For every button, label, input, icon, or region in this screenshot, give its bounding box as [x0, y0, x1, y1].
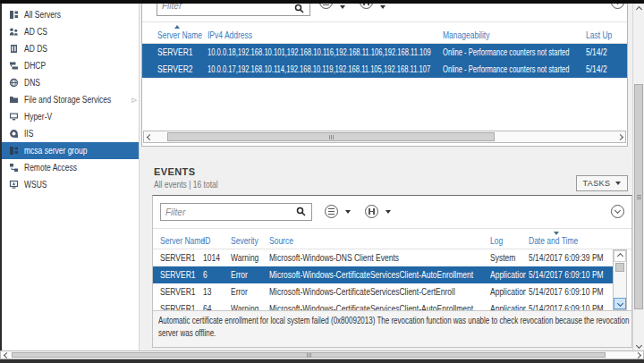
collapse-servers-tile-button[interactable]: [611, 4, 624, 9]
sidebar-item-dns[interactable]: DNS: [2, 74, 139, 91]
servers-panel: Server Name IPv4 Address Manageability L…: [141, 4, 628, 147]
scroll-down-arrow[interactable]: [633, 340, 644, 350]
scroll-down-arrow[interactable]: [614, 298, 626, 309]
column-header-log[interactable]: Log: [490, 234, 505, 249]
sidebar-item-ad-ds[interactable]: AD DS: [2, 40, 139, 57]
sidebar-item-label: DHCP: [24, 61, 46, 71]
chevron-down-icon: [614, 4, 621, 4]
column-header-severity[interactable]: Severity: [231, 234, 263, 249]
sidebar-item-hyper-v[interactable]: Hyper-V: [2, 108, 139, 125]
sidebar-item-label: All Servers: [24, 10, 61, 20]
tasks-button[interactable]: TASKS: [576, 175, 628, 191]
sidebar-item-iis[interactable]: IIS: [2, 125, 139, 142]
save-query-caret-icon[interactable]: [380, 5, 386, 9]
column-header-last-update[interactable]: Last Up: [586, 29, 616, 43]
scroll-right-arrow[interactable]: [632, 351, 643, 359]
saved-queries-button[interactable]: [319, 4, 333, 9]
dns-icon: [9, 78, 19, 88]
sidebar: All Servers AD CS AD DS DHCP DNS File an…: [2, 4, 140, 350]
chevron-down-icon: [614, 207, 621, 214]
scroll-right-arrow[interactable]: [614, 131, 625, 142]
sidebar-item-label: IIS: [24, 129, 33, 139]
save-query-caret-icon[interactable]: [386, 210, 391, 214]
server-row[interactable]: SERVER1 10.0.0.18,192.168.10.101,192.168…: [142, 44, 627, 61]
events-vertical-scrollbar[interactable]: [613, 249, 627, 310]
column-header-date-time[interactable]: Date and Time: [529, 234, 587, 249]
scroll-left-arrow[interactable]: [1, 351, 12, 359]
adds-icon: [9, 44, 19, 54]
hyperv-icon: [9, 112, 19, 122]
event-row[interactable]: SERVER1 1014 Warning Microsoft-Windows-D…: [153, 249, 613, 266]
servers-horizontal-scrollbar[interactable]: [143, 131, 626, 143]
saved-queries-caret-icon[interactable]: [345, 210, 351, 214]
sidebar-item-label: AD DS: [24, 44, 47, 54]
scrollbar-thumb[interactable]: [615, 263, 624, 272]
column-header-id[interactable]: ID: [203, 234, 212, 249]
sidebar-item-wsus[interactable]: WSUS: [2, 176, 139, 193]
save-query-icon: [363, 4, 369, 5]
main-vertical-scrollbar[interactable]: [632, 4, 644, 350]
save-query-icon: [369, 208, 375, 215]
scroll-left-arrow[interactable]: [144, 131, 155, 142]
event-detail-text: Automatic certificate enrollment for loc…: [158, 315, 631, 340]
sidebar-item-mcsa-server-group[interactable]: mcsa server group: [2, 142, 139, 159]
saved-queries-caret-icon[interactable]: [340, 5, 345, 9]
events-count-text: All events | 16 total: [154, 180, 229, 190]
column-header-server-name[interactable]: Server Name: [157, 29, 210, 43]
sidebar-item-label: mcsa server group: [24, 146, 87, 156]
server-row[interactable]: SERVER2 10.0.0.17,192.168.10.114,192.168…: [142, 61, 627, 78]
adcs-icon: [9, 27, 19, 37]
main-horizontal-scrollbar[interactable]: [0, 350, 644, 359]
list-filter-icon: [328, 208, 335, 215]
events-section-title: EVENTS: [154, 166, 195, 177]
save-query-button[interactable]: [365, 205, 378, 218]
column-header-ipv4-address[interactable]: IPv4 Address: [208, 29, 260, 43]
sidebar-item-file-storage-services[interactable]: File and Storage Services ▷: [2, 91, 139, 108]
sidebar-item-ad-cs[interactable]: AD CS: [2, 23, 139, 40]
bottom-taskbar-strip: [0, 359, 644, 363]
column-header-manageability[interactable]: Manageability: [443, 29, 498, 43]
events-filter-input[interactable]: [160, 203, 312, 221]
sidebar-item-remote-access[interactable]: Remote Access: [2, 159, 139, 176]
scroll-up-arrow[interactable]: [614, 250, 626, 262]
scrollbar-thumb[interactable]: [12, 352, 606, 358]
sidebar-item-label: File and Storage Services: [24, 95, 111, 105]
sidebar-item-label: AD CS: [24, 27, 47, 37]
event-row-selected[interactable]: SERVER1 6 Error Microsoft-Windows-Certif…: [153, 266, 613, 283]
save-query-button[interactable]: [360, 4, 373, 9]
list-filter-icon: [323, 4, 329, 5]
event-detail-pane: Automatic certificate enrollment for loc…: [153, 310, 631, 347]
sidebar-item-dhcp[interactable]: DHCP: [2, 57, 139, 74]
search-icon[interactable]: [296, 207, 306, 216]
collapse-events-tile-button[interactable]: [611, 205, 624, 218]
servers-icon: [9, 10, 19, 20]
server-manager-window: All Servers AD CS AD DS DHCP DNS File an…: [0, 0, 644, 363]
events-panel: Server Name ID Severity Source Log Date …: [152, 195, 632, 348]
search-icon[interactable]: [294, 4, 304, 13]
wsus-icon: [9, 180, 19, 190]
expand-icon[interactable]: ▷: [132, 97, 137, 104]
remote-access-icon: [9, 163, 19, 173]
sidebar-item-all-servers[interactable]: All Servers: [2, 6, 139, 23]
server-group-icon: [9, 146, 19, 156]
column-header-source[interactable]: Source: [269, 234, 298, 249]
scroll-up-arrow[interactable]: [633, 4, 644, 14]
sidebar-item-label: Remote Access: [24, 163, 77, 173]
saved-queries-button[interactable]: [325, 205, 338, 218]
iis-icon: [9, 129, 19, 139]
tasks-caret-icon: [615, 182, 621, 185]
file-storage-icon: [9, 95, 19, 105]
event-row[interactable]: SERVER1 13 Error Microsoft-Windows-Certi…: [153, 283, 613, 300]
dhcp-icon: [9, 61, 19, 71]
servers-filter-input[interactable]: [157, 4, 310, 16]
scrollbar-thumb[interactable]: [634, 84, 643, 309]
sidebar-item-label: DNS: [24, 78, 40, 88]
scrollbar-thumb[interactable]: [167, 132, 495, 141]
sidebar-item-label: Hyper-V: [24, 112, 52, 122]
sidebar-item-label: WSUS: [24, 180, 47, 190]
